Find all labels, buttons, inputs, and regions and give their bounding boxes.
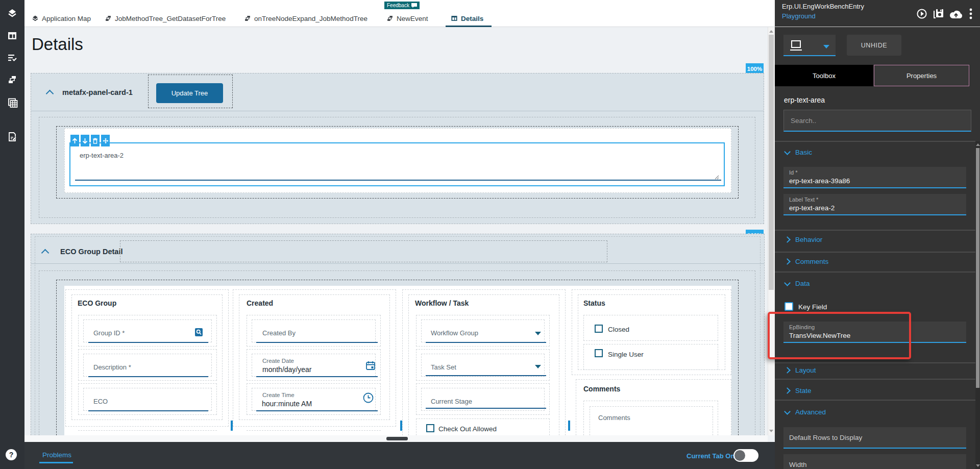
- section-divider: [775, 271, 975, 273]
- check-out-allowed-checkbox[interactable]: [426, 424, 434, 432]
- property-field-default-rows[interactable]: Default Rows to Display: [783, 427, 966, 449]
- section-divider: [775, 379, 975, 380]
- kebab-menu-icon[interactable]: [969, 8, 972, 19]
- field-label: ECO: [93, 398, 108, 405]
- section-comments[interactable]: Comments: [785, 258, 828, 265]
- section-label: Data: [795, 280, 810, 287]
- field-underline: [426, 342, 546, 343]
- delete-button[interactable]: [91, 135, 100, 146]
- column-resize-handle[interactable]: [231, 421, 233, 431]
- property-field-label-text[interactable]: Label Text * erp-text-area-2: [783, 194, 966, 215]
- section-label: Advanced: [795, 408, 826, 416]
- field-value[interactable]: hour:minute AM: [262, 400, 312, 408]
- scroll-up-arrow-icon[interactable]: [769, 30, 773, 33]
- chevron-right-icon: [784, 258, 791, 265]
- section-behavior[interactable]: Behavior: [785, 236, 822, 243]
- search-placeholder: Search..: [791, 117, 816, 125]
- group-title: Created: [247, 299, 273, 307]
- tab-jobmethodtree-getdatasetfortree[interactable]: JobMethodTree_GetDatasetForTree: [105, 13, 226, 23]
- calendar-icon[interactable]: [366, 361, 375, 371]
- scroll-up-arrow-icon[interactable]: [976, 143, 980, 146]
- cloud-upload-button[interactable]: [949, 9, 963, 19]
- layers-icon[interactable]: [7, 8, 17, 18]
- checkbox-label: Key Field: [798, 303, 827, 311]
- field-underline: [256, 342, 378, 343]
- dropdown-arrow-icon[interactable]: [535, 332, 541, 335]
- chevron-down-icon: [784, 408, 791, 415]
- preview-play-button[interactable]: [917, 9, 927, 19]
- section-label: Comments: [795, 258, 828, 265]
- flow-icon: [105, 15, 112, 22]
- property-field-width[interactable]: Width: [783, 454, 966, 469]
- feedback-badge[interactable]: Feedback: [384, 2, 420, 9]
- section-label: Basic: [795, 149, 812, 156]
- move-up-button[interactable]: [70, 135, 79, 146]
- scroll-down-arrow-icon[interactable]: [976, 464, 980, 467]
- problems-tab-underline: [39, 462, 73, 463]
- group-title: Status: [583, 299, 605, 307]
- property-field-id[interactable]: Id * erp-text-area-39a86: [783, 167, 966, 188]
- field-label: Workflow Group: [431, 329, 478, 337]
- flow-icon[interactable]: [7, 75, 17, 85]
- unhide-button[interactable]: UNHIDE: [847, 35, 901, 56]
- field-label: Id *: [789, 169, 798, 176]
- field-label: Comments: [598, 414, 630, 422]
- tab-toolbox[interactable]: Toolbox: [775, 65, 873, 86]
- tab-details[interactable]: Details: [451, 13, 483, 23]
- current-tab-only-label: Current Tab Only: [687, 452, 740, 460]
- card-header-divider: [31, 263, 764, 264]
- scroll-down-arrow-icon[interactable]: [769, 430, 773, 432]
- column-resize-handle[interactable]: [400, 421, 402, 431]
- clock-icon[interactable]: [363, 392, 374, 403]
- scrollbar-thumb[interactable]: [386, 437, 408, 440]
- dropdown-arrow-icon[interactable]: [535, 365, 541, 368]
- scrollbar-thumb[interactable]: [976, 148, 979, 388]
- single-user-checkbox[interactable]: [595, 349, 603, 357]
- resize-handle-icon[interactable]: [714, 174, 719, 180]
- list-check-icon[interactable]: [7, 53, 17, 63]
- section-basic[interactable]: Basic: [785, 149, 812, 156]
- field-label: Group ID *: [93, 329, 125, 337]
- annotation-highlight-rectangle: [768, 312, 911, 359]
- group-title: Workflow / Task: [415, 299, 469, 307]
- field-value[interactable]: month/day/year: [262, 365, 312, 374]
- key-field-checkbox[interactable]: [785, 302, 793, 311]
- chevron-right-icon: [784, 236, 791, 243]
- chevron-right-icon: [784, 367, 791, 374]
- section-state[interactable]: State: [785, 387, 812, 394]
- checkbox-label: Check Out Allowed: [438, 425, 497, 433]
- section-advanced[interactable]: Advanced: [785, 408, 826, 416]
- selected-component-name: erp-text-area: [784, 96, 825, 104]
- dashboard-icon[interactable]: [7, 31, 17, 41]
- section-divider: [775, 362, 975, 363]
- layers-icon: [32, 15, 39, 22]
- tab-application-map[interactable]: Application Map: [32, 13, 91, 23]
- environment-label[interactable]: Playground: [782, 12, 816, 20]
- field-label: Default Rows to Display: [789, 434, 862, 441]
- column-resize-handle[interactable]: [568, 421, 570, 431]
- move-button[interactable]: [101, 135, 110, 146]
- update-tree-button[interactable]: Update Tree: [156, 83, 223, 103]
- grid-copy-icon[interactable]: [7, 97, 17, 108]
- grid-icon: [451, 15, 458, 22]
- doc-edit-icon[interactable]: [7, 132, 17, 142]
- section-layout[interactable]: Layout: [785, 366, 816, 374]
- property-search-input[interactable]: Search..: [783, 110, 971, 132]
- section-data[interactable]: Data: [785, 280, 810, 287]
- tab-newevent[interactable]: NewEvent: [386, 13, 428, 23]
- bottom-bar: [24, 442, 775, 469]
- problems-tab[interactable]: Problems: [42, 451, 71, 459]
- checkbox-label: Single User: [608, 351, 644, 358]
- help-button[interactable]: ?: [6, 449, 17, 460]
- scrollbar-thumb[interactable]: [769, 35, 774, 290]
- search-lookup-icon[interactable]: [195, 328, 203, 336]
- closed-checkbox[interactable]: [595, 325, 603, 333]
- tab-properties[interactable]: Properties: [874, 65, 969, 86]
- section-divider: [775, 400, 975, 401]
- card2-toolbar-outline: [120, 240, 607, 262]
- save-button[interactable]: [933, 8, 944, 19]
- tab-ontreenodeexpand-jobmethodtree[interactable]: onTreeNodeExpand_JobMethodTree: [244, 13, 368, 23]
- move-down-button[interactable]: [81, 135, 89, 146]
- section-label: Layout: [795, 366, 816, 374]
- field-underline: [256, 376, 378, 377]
